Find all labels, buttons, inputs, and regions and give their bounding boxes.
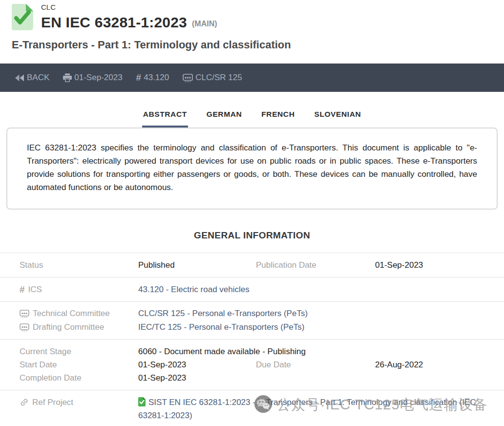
committee-icon	[183, 74, 193, 82]
committee-label: CLC/SR 125	[195, 73, 242, 83]
drafting-committee-link[interactable]: IEC/TC 125 - Personal e-Transporters (Pe…	[138, 320, 499, 334]
technical-committee-link[interactable]: CLC/SR 125 - Personal e-Transporters (Pe…	[138, 307, 499, 320]
tab-french[interactable]: FRENCH	[260, 108, 295, 128]
status-label: Status	[20, 258, 138, 272]
committee-icon	[20, 310, 29, 318]
hash-icon: #	[136, 72, 142, 83]
publication-date-value: 01-Sep-2023	[375, 258, 499, 272]
ref-project-label: Ref Project	[20, 396, 138, 409]
link-icon	[20, 398, 29, 407]
tab-slovenian[interactable]: SLOVENIAN	[313, 108, 362, 128]
ref-project-cell: SIST EN IEC 63281-1:2023 - E-Transporter…	[138, 396, 499, 422]
back-button[interactable]: BACK	[15, 73, 49, 83]
print-date-label: 01-Sep-2023	[74, 73, 122, 83]
table-row-ref-project: Ref Project SIST EN IEC 63281-1:2023 - E…	[0, 390, 504, 426]
title-suffix: (MAIN)	[192, 15, 217, 33]
table-row-stage: Current Stage 6060 - Document made avail…	[0, 339, 504, 390]
organization-label: CLC	[41, 3, 217, 12]
tab-abstract[interactable]: ABSTRACT	[142, 108, 188, 128]
committee-item[interactable]: CLC/SR 125	[183, 73, 242, 83]
publication-date-label: Publication Date	[256, 258, 375, 272]
back-label: BACK	[27, 73, 49, 83]
committee-icon	[20, 323, 29, 331]
hash-icon: #	[20, 283, 25, 296]
status-value: Published	[138, 258, 256, 272]
ics-link[interactable]: 43.120 - Electric road vehicles	[138, 283, 499, 296]
print-date-item[interactable]: 01-Sep-2023	[63, 73, 122, 83]
language-tabs: ABSTRACT GERMAN FRENCH SLOVENIAN	[0, 108, 504, 128]
start-date-value: 01-Sep-2023	[138, 358, 256, 371]
ics-code-label: 43.120	[144, 73, 169, 83]
technical-committee-label: Technical Committee	[20, 307, 138, 320]
table-row-status: Status Published Publication Date 01-Sep…	[0, 253, 504, 277]
table-row-ics: # ICS 43.120 - Electric road vehicles	[0, 277, 504, 301]
current-stage-label: Current Stage	[20, 345, 138, 358]
standard-detail-page: CLC EN IEC 63281-1:2023 (MAIN) E-Transpo…	[0, 0, 504, 426]
document-subtitle: E-Transporters - Part 1: Terminology and…	[12, 38, 492, 52]
document-check-icon	[12, 4, 33, 32]
completion-date-label: Completion Date	[20, 371, 138, 384]
completion-date-value: 01-Sep-2023	[138, 371, 256, 384]
toolbar: BACK 01-Sep-2023 # 43.120	[0, 64, 504, 92]
ref-project-link[interactable]: SIST EN IEC 63281-1:2023 - E-Transporter…	[138, 398, 476, 420]
table-row-committees: Technical Committee CLC/SR 125 - Persona…	[0, 301, 504, 339]
tab-german[interactable]: GERMAN	[206, 108, 243, 128]
drafting-committee-label: Drafting Committee	[20, 320, 138, 334]
ics-label: # ICS	[20, 283, 138, 296]
abstract-panel: IEC 63281-1:2023 specifies the terminolo…	[6, 128, 498, 210]
page-title: EN IEC 63281-1:2023	[41, 13, 187, 32]
fast-rewind-icon	[15, 74, 24, 82]
current-stage-value: 6060 - Document made available - Publish…	[138, 345, 499, 358]
document-check-icon	[138, 397, 146, 406]
document-header: CLC EN IEC 63281-1:2023 (MAIN) E-Transpo…	[0, 0, 504, 52]
due-date-value: 26-Aug-2022	[375, 358, 499, 371]
ics-item[interactable]: # 43.120	[136, 72, 169, 83]
abstract-text: IEC 63281-1:2023 specifies the terminolo…	[27, 141, 477, 194]
general-information-table: Status Published Publication Date 01-Sep…	[0, 253, 504, 426]
due-date-label: Due Date	[256, 358, 375, 371]
printer-icon	[63, 73, 72, 82]
start-date-label: Start Date	[20, 358, 138, 371]
general-information-heading: GENERAL INFORMATION	[0, 230, 504, 241]
